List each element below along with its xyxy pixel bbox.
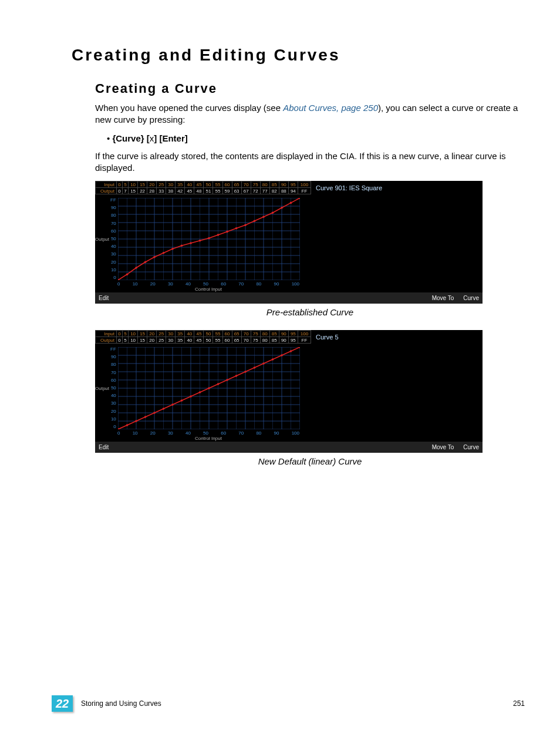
svg-point-45 [235, 227, 237, 230]
svg-point-50 [281, 207, 283, 209]
x-axis-label-2: Control Input [117, 436, 299, 441]
status-bar-1: Edit Move To Curve [95, 292, 483, 304]
move-to-button[interactable]: Move To [432, 444, 454, 450]
io-row-output: Output0510152025303540455055606570758085… [96, 337, 311, 344]
svg-point-96 [217, 383, 219, 385]
svg-point-93 [190, 395, 192, 398]
svg-point-46 [244, 224, 247, 226]
svg-point-91 [171, 403, 174, 406]
svg-point-49 [271, 211, 274, 214]
svg-point-99 [244, 371, 247, 373]
svg-point-98 [235, 375, 237, 377]
page-footer: 22 Storing and Using Curves 251 [0, 695, 560, 712]
y-axis-label-1: Output [95, 198, 110, 280]
curve-button[interactable]: Curve [463, 444, 479, 450]
svg-point-37 [162, 252, 164, 254]
svg-point-89 [153, 412, 156, 414]
caption-1: Pre-established Curve [95, 307, 525, 317]
x-ticks-2: 0102030405060708090100 [117, 430, 299, 436]
io-row-input: Input05101520253035404550556065707580859… [96, 331, 311, 337]
svg-point-44 [226, 231, 228, 233]
x-axis-label-1: Control Input [117, 287, 299, 292]
edit-button[interactable]: Edit [99, 444, 423, 450]
y-axis-label-2: Output [95, 347, 110, 429]
io-row-input: Input05101520253035404550556065707580859… [96, 181, 311, 188]
io-table-1: Input05101520253035404550556065707580859… [95, 181, 311, 194]
curve-editor-2: Input05101520253035404550556065707580859… [95, 330, 483, 453]
svg-point-95 [208, 387, 210, 389]
intro-paragraph: When you have opened the curves display … [95, 102, 525, 126]
svg-point-51 [289, 202, 292, 204]
about-curves-link[interactable]: About Curves, page 250 [283, 103, 378, 113]
svg-point-104 [289, 350, 292, 352]
x-ticks-1: 0102030405060708090100 [117, 281, 299, 287]
key-sequence: {Curve} [x] [Enter] [116, 133, 525, 143]
svg-point-48 [262, 216, 265, 218]
svg-point-100 [253, 366, 255, 369]
svg-point-39 [180, 244, 183, 247]
svg-point-36 [153, 256, 156, 258]
key-seq-b1: {Curve} [ [112, 133, 149, 143]
svg-point-102 [271, 358, 274, 361]
svg-point-40 [190, 242, 192, 244]
key-seq-b2: ] [Enter] [154, 133, 188, 143]
svg-point-34 [135, 267, 137, 269]
svg-point-47 [253, 220, 255, 222]
footer-title: Storing and Using Curves [81, 699, 513, 708]
svg-point-35 [144, 261, 146, 263]
svg-point-41 [198, 240, 201, 242]
page-number: 251 [513, 699, 525, 708]
curve-editor-1: Input05101520253035404550556065707580859… [95, 181, 483, 304]
caption-2: New Default (linear) Curve [95, 456, 525, 466]
svg-point-87 [135, 420, 137, 422]
io-table-2: Input05101520253035404550556065707580859… [95, 330, 311, 344]
svg-point-33 [126, 273, 128, 275]
svg-point-38 [171, 248, 174, 250]
svg-point-94 [198, 391, 201, 393]
page-heading: Creating and Editing Curves [72, 46, 525, 65]
svg-point-92 [180, 399, 183, 402]
curve-graph-2 [118, 347, 300, 429]
svg-point-90 [162, 408, 164, 410]
section-heading: Creating a Curve [95, 81, 525, 96]
svg-point-88 [144, 416, 146, 418]
svg-point-86 [126, 424, 128, 426]
curve-title-1: Curve 901: IES Square [316, 184, 478, 191]
y-ticks-2: FF9080706050403020100 [110, 347, 118, 429]
intro-pre: When you have opened the curves display … [95, 103, 283, 113]
svg-point-101 [262, 362, 265, 365]
paragraph-2: If the curve is already stored, the cont… [95, 150, 525, 174]
curve-graph-1 [118, 198, 300, 280]
chapter-number: 22 [52, 695, 73, 712]
io-row-output: Output0715222833384245485155596367727782… [96, 188, 311, 194]
svg-point-43 [217, 234, 219, 236]
curve-title-2: Curve 5 [316, 334, 478, 341]
curve-button[interactable]: Curve [463, 295, 479, 301]
status-bar-2: Edit Move To Curve [95, 441, 483, 453]
svg-point-103 [281, 354, 283, 356]
svg-point-97 [226, 379, 228, 381]
move-to-button[interactable]: Move To [432, 295, 454, 301]
y-ticks-1: FF9080706050403020100 [110, 198, 118, 280]
svg-point-42 [208, 237, 210, 240]
edit-button[interactable]: Edit [99, 295, 423, 301]
